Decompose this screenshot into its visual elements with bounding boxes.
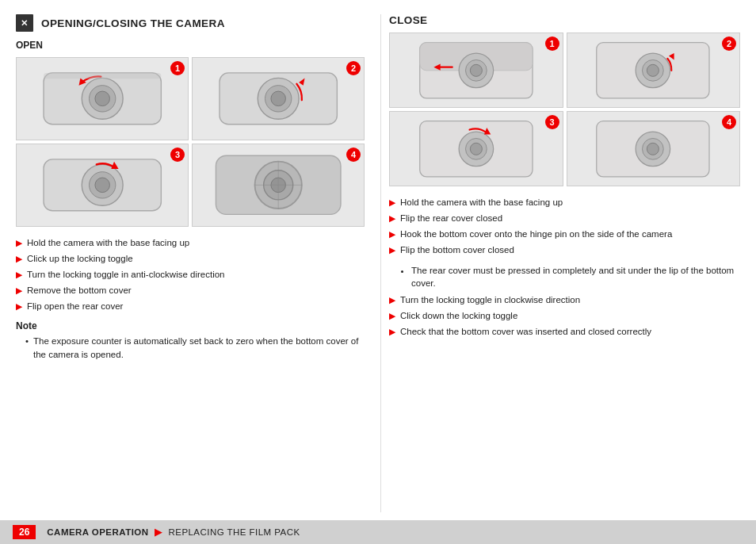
close-image-1: 1 [389, 33, 563, 108]
close-bullet-1: ▶ Hold the camera with the base facing u… [389, 196, 740, 209]
close-bullet-arrow-5: ▶ [389, 295, 395, 306]
close-cam-4 [567, 112, 740, 186]
note-list: • The exposure counter is automatically … [16, 335, 365, 360]
close-step-badge-1: 1 [545, 36, 559, 51]
svg-point-36 [470, 143, 482, 155]
open-subtitle: OPEN [16, 40, 365, 51]
open-bullet-4: ▶ Remove the bottom cover [16, 284, 365, 297]
camera-illustration-1 [17, 58, 188, 140]
x-icon: ✕ [16, 14, 33, 32]
note-title: Note [16, 320, 365, 331]
close-image-2: 2 [567, 33, 741, 108]
note-bullet-1: • [25, 335, 29, 347]
close-section-title: CLOSE [389, 14, 740, 26]
svg-point-26 [470, 64, 482, 76]
open-image-2: 2 [192, 57, 365, 140]
close-cam-svg-2 [575, 37, 731, 104]
camera-illustration-2 [193, 58, 364, 140]
close-sub-bullet-1: The rear cover must be pressed in comple… [411, 264, 740, 289]
svg-rect-5 [44, 73, 161, 79]
close-sub-bullet-list: The rear cover must be pressed in comple… [389, 264, 740, 289]
footer-page-number: 26 [13, 525, 36, 539]
close-step-badge-3: 3 [545, 115, 559, 129]
step-badge-4: 4 [346, 147, 361, 162]
close-bullet-arrow-6: ▶ [389, 311, 395, 322]
cam-svg-1 [25, 62, 179, 136]
bullet-arrow-5: ▶ [16, 301, 22, 312]
note-item-1: • The exposure counter is automatically … [16, 335, 365, 360]
page-wrapper: ✕ OPENING/CLOSING THE CAMERA OPEN 1 [0, 0, 756, 544]
bullet-arrow-2: ▶ [16, 254, 22, 265]
close-image-grid: 1 [389, 33, 740, 186]
open-bullet-5: ▶ Flip open the rear cover [16, 300, 365, 312]
open-bullet-2: ▶ Click up the locking toggle [16, 252, 365, 265]
cam-svg-2 [201, 62, 355, 136]
close-step-badge-2: 2 [722, 36, 736, 51]
close-cam-3 [390, 112, 563, 186]
cam-svg-3 [25, 148, 179, 222]
bullet-arrow-1: ▶ [16, 238, 22, 249]
open-image-3: 3 [16, 144, 189, 227]
open-bullet-list: ▶ Hold the camera with the base facing u… [16, 236, 365, 312]
close-bullet-5: ▶ Turn the locking toggle in clockwise d… [389, 293, 740, 306]
svg-point-31 [647, 64, 659, 76]
bullet-arrow-4: ▶ [16, 285, 22, 297]
svg-point-9 [271, 91, 286, 106]
close-cam-svg-3 [399, 116, 554, 182]
right-column: CLOSE 1 [380, 14, 740, 512]
cam-svg-4 [201, 148, 355, 222]
close-cam-svg-1 [399, 37, 554, 104]
left-column: ✕ OPENING/CLOSING THE CAMERA OPEN 1 [16, 14, 380, 512]
svg-point-14 [95, 178, 110, 193]
close-cam-svg-4 [575, 116, 731, 182]
bullet-arrow-3: ▶ [16, 270, 22, 281]
close-bullet-arrow-7: ▶ [389, 327, 395, 338]
main-content: ✕ OPENING/CLOSING THE CAMERA OPEN 1 [0, 0, 756, 520]
open-image-grid: 1 [16, 57, 365, 227]
camera-illustration-4 [193, 144, 364, 226]
open-image-4: 4 [192, 144, 365, 227]
footer: 26 CAMERA OPERATION ▶ REPLACING THE FILM… [0, 520, 756, 544]
footer-section: CAMERA OPERATION [47, 527, 148, 537]
open-bullet-1: ▶ Hold the camera with the base facing u… [16, 236, 365, 249]
close-bullet-4: ▶ Flip the bottom cover closed [389, 243, 740, 256]
step-badge-2: 2 [346, 61, 361, 75]
close-cam-2 [567, 33, 740, 107]
close-bullet-7: ▶ Check that the bottom cover was insert… [389, 325, 740, 338]
close-bullet-6: ▶ Click down the locking toggle [389, 309, 740, 322]
camera-illustration-3 [17, 144, 188, 226]
close-bullet-2: ▶ Flip the rear cover closed [389, 212, 740, 224]
close-image-4: 4 [567, 111, 741, 186]
close-bullet-arrow-3: ▶ [389, 229, 395, 240]
close-bullet-arrow-1: ▶ [389, 197, 395, 209]
close-bullet-3: ▶ Hook the bottom cover onto the hinge p… [389, 228, 740, 240]
svg-point-41 [647, 143, 659, 155]
footer-subsection: REPLACING THE FILM PACK [168, 527, 300, 537]
svg-point-3 [95, 91, 110, 106]
close-step-badge-4: 4 [722, 115, 736, 129]
close-bullet-list: ▶ Hold the camera with the base facing u… [389, 196, 740, 256]
step-badge-1: 1 [170, 61, 185, 75]
close-bullet-list-2: ▶ Turn the locking toggle in clockwise d… [389, 293, 740, 338]
opening-closing-title: OPENING/CLOSING THE CAMERA [41, 17, 225, 29]
left-section-title: ✕ OPENING/CLOSING THE CAMERA [16, 14, 365, 32]
footer-arrow-icon: ▶ [155, 527, 162, 538]
close-cam-1 [390, 33, 563, 107]
open-bullet-3: ▶ Turn the locking toggle in anti-clockw… [16, 268, 365, 281]
close-bullet-arrow-4: ▶ [389, 245, 395, 256]
close-bullet-arrow-2: ▶ [389, 213, 395, 224]
close-image-3: 3 [389, 111, 563, 186]
open-image-1: 1 [16, 57, 189, 140]
step-badge-3: 3 [170, 147, 185, 162]
